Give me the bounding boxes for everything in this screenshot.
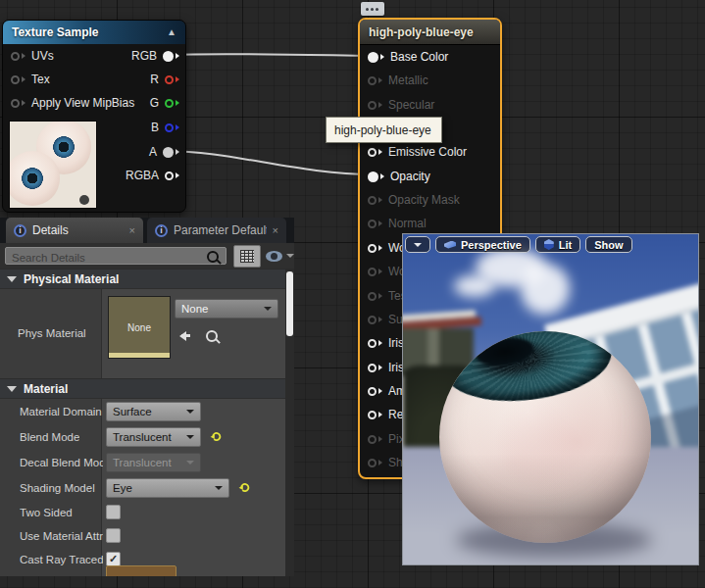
clipped-button[interactable] <box>106 565 176 576</box>
blend-mode-dropdown[interactable]: Translucent <box>106 427 201 447</box>
lit-label: Lit <box>559 239 572 251</box>
details-scrollbar-thumb[interactable] <box>286 271 293 336</box>
texture-output-pin-row[interactable]: G <box>150 94 179 112</box>
input-pin-icon[interactable] <box>368 339 377 348</box>
output-pin-icon[interactable] <box>163 51 174 62</box>
phys-material-dropdown[interactable]: None <box>175 299 278 318</box>
section-header-physical-material[interactable]: Physical Material <box>0 269 285 289</box>
lit-button[interactable]: Lit <box>535 236 580 253</box>
use-material-attri-checkbox[interactable] <box>106 528 121 543</box>
material-domain-dropdown[interactable]: Surface <box>106 402 201 421</box>
output-pin-icon[interactable] <box>165 123 174 132</box>
input-pin-icon[interactable] <box>11 52 20 61</box>
input-pin-icon[interactable] <box>368 244 377 253</box>
texture-sample-node-title: Texture Sample <box>12 25 167 39</box>
pin-label: Opacity <box>390 170 430 183</box>
wire-rgb-to-basecolor[interactable] <box>167 54 373 56</box>
input-pin-icon[interactable] <box>368 292 377 301</box>
texture-sample-node[interactable]: Texture Sample ▲ UVsTexApply View MipBia… <box>2 20 186 213</box>
search-input[interactable] <box>6 250 226 266</box>
texture-output-pin-row[interactable]: B <box>151 119 179 136</box>
input-pin-icon[interactable] <box>368 316 377 324</box>
material-node-header[interactable]: high-poly-blue-eye <box>360 20 500 45</box>
close-icon[interactable]: × <box>273 224 278 236</box>
display-options-button[interactable] <box>233 245 261 268</box>
input-pin-icon[interactable] <box>11 75 20 84</box>
pin-tail-icon <box>378 197 382 203</box>
details-scrollbar-track[interactable] <box>285 269 294 576</box>
expand-triangle-icon[interactable] <box>7 276 17 282</box>
texture-input-pin-row[interactable]: Apply View MipBias <box>11 94 134 112</box>
input-pin-icon[interactable] <box>368 172 378 182</box>
shading-model-dropdown[interactable]: Eye <box>106 478 229 498</box>
input-pin-icon[interactable] <box>368 76 377 85</box>
reset-to-default-icon[interactable] <box>238 480 252 494</box>
material-preview-viewport[interactable]: Perspective Lit Show <box>402 233 699 565</box>
pin-tail-icon <box>378 388 382 394</box>
view-options-eye-icon[interactable] <box>266 251 282 262</box>
input-pin-icon[interactable] <box>368 459 377 467</box>
collapse-arrow-icon[interactable]: ▲ <box>167 27 176 37</box>
material-pin-Pix[interactable]: Pix <box>368 430 405 448</box>
expand-triangle-icon[interactable] <box>7 386 17 392</box>
wire-a-to-opacity[interactable] <box>167 151 373 174</box>
use-selected-arrow-icon[interactable] <box>181 334 190 337</box>
input-pin-icon[interactable] <box>368 196 377 205</box>
material-pin-Metallic[interactable]: Metallic <box>368 72 428 89</box>
input-pin-icon[interactable] <box>368 435 377 444</box>
texture-output-pin-row[interactable]: A <box>149 143 179 161</box>
material-pin-Base Color[interactable]: Base Color <box>368 48 448 66</box>
comment-bubble-icon[interactable] <box>361 2 384 16</box>
pin-tail-icon <box>378 220 382 226</box>
texture-sample-node-header[interactable]: Texture Sample ▲ <box>3 21 185 44</box>
perspective-button[interactable]: Perspective <box>435 236 530 253</box>
texture-output-pin-row[interactable]: R <box>150 71 179 88</box>
input-pin-icon[interactable] <box>368 411 377 419</box>
cast-ray-traced-s-checkbox[interactable]: ✓ <box>106 552 121 566</box>
material-pin-Iris[interactable]: Iris <box>368 334 404 352</box>
input-pin-icon[interactable] <box>368 148 377 157</box>
tab-details[interactable]: Details × <box>6 218 143 243</box>
input-pin-icon[interactable] <box>368 52 378 63</box>
property-label: Shading Model <box>20 476 95 500</box>
reset-to-default-icon[interactable] <box>210 429 224 443</box>
material-pin-Opacity[interactable]: Opacity <box>368 168 430 185</box>
show-button[interactable]: Show <box>585 236 631 253</box>
input-pin-icon[interactable] <box>368 387 377 396</box>
material-pin-Tes[interactable]: Tes <box>368 287 407 305</box>
material-pin-Iris[interactable]: Iris <box>368 359 404 376</box>
chevron-down-icon <box>186 410 194 417</box>
material-pin-Opacity Mask[interactable]: Opacity Mask <box>368 191 460 209</box>
texture-input-pin-row[interactable]: Tex <box>11 71 50 88</box>
material-pin-Emissive Color[interactable]: Emissive Color <box>368 143 467 161</box>
search-box[interactable] <box>5 247 227 265</box>
material-pin-Normal[interactable]: Normal <box>368 215 427 232</box>
input-pin-icon[interactable] <box>368 101 377 110</box>
dropdown-value: Translucent <box>113 457 172 468</box>
property-label: Two Sided <box>20 501 73 524</box>
texture-output-pin-row[interactable]: RGBA <box>126 167 179 184</box>
tab-parameter-defaults[interactable]: Parameter Default: × <box>147 218 286 243</box>
output-pin-icon[interactable] <box>165 99 174 108</box>
material-pin-Specular[interactable]: Specular <box>368 96 434 114</box>
output-pin-icon[interactable] <box>165 75 174 84</box>
texture-input-pin-row[interactable]: UVs <box>11 47 54 65</box>
input-pin-icon[interactable] <box>368 268 377 276</box>
chevron-down-icon[interactable] <box>286 254 294 262</box>
output-pin-icon[interactable] <box>163 147 174 158</box>
browse-icon[interactable] <box>206 330 218 342</box>
material-pin-Ref[interactable]: Ref <box>368 406 407 423</box>
input-pin-icon[interactable] <box>368 364 377 372</box>
material-pin-Am[interactable]: Am <box>368 382 406 400</box>
viewport-options-button[interactable] <box>405 236 430 253</box>
section-title: Physical Material <box>24 272 119 286</box>
output-pin-icon[interactable] <box>165 172 174 180</box>
input-pin-icon[interactable] <box>11 99 20 108</box>
input-pin-icon[interactable] <box>368 220 377 228</box>
close-icon[interactable]: × <box>129 224 135 236</box>
perspective-icon <box>444 241 456 249</box>
texture-output-pin-row[interactable]: RGB <box>131 47 179 65</box>
two-sided-checkbox[interactable] <box>106 505 121 519</box>
phys-material-thumbnail[interactable]: None <box>108 296 171 359</box>
section-header-material[interactable]: Material <box>0 378 285 399</box>
